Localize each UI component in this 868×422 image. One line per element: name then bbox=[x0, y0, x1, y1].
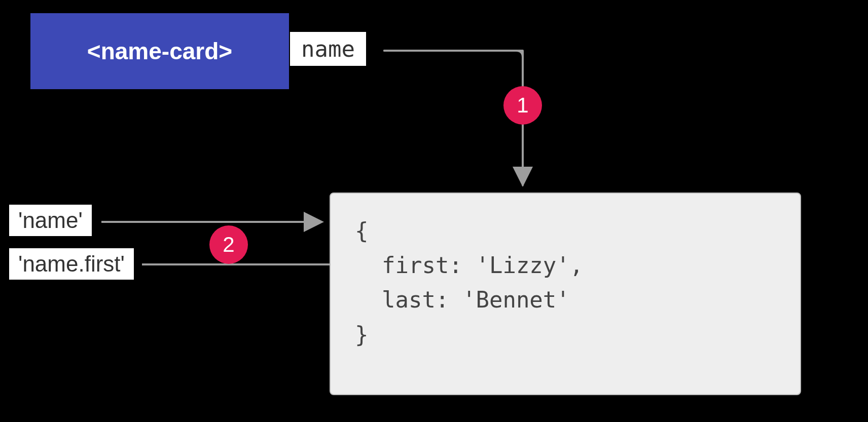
element-tag-text: <name-card> bbox=[87, 37, 232, 65]
binding-path-name: 'name' bbox=[9, 205, 92, 236]
object-line-2: first: 'Lizzy', bbox=[355, 252, 583, 278]
step-badge-1-text: 1 bbox=[517, 93, 528, 118]
step-badge-2-text: 2 bbox=[223, 233, 234, 257]
binding-path-name-text: 'name' bbox=[18, 208, 83, 233]
step-badge-2: 2 bbox=[209, 225, 248, 264]
object-line-1: { bbox=[355, 218, 369, 244]
step-badge-1: 1 bbox=[503, 86, 542, 125]
object-literal-box: { first: 'Lizzy', last: 'Bennet' } bbox=[330, 193, 801, 395]
binding-path-name-first-text: 'name.first' bbox=[18, 251, 125, 276]
property-label-text: name bbox=[301, 36, 355, 62]
arrow-name-to-object-corner bbox=[384, 51, 523, 185]
property-label: name bbox=[290, 32, 366, 66]
object-line-3: last: 'Bennet' bbox=[355, 287, 570, 313]
object-line-4: } bbox=[355, 322, 369, 348]
arrow-name-to-object bbox=[384, 51, 523, 185]
binding-path-name-first: 'name.first' bbox=[9, 248, 134, 280]
element-name-card: <name-card> bbox=[30, 13, 289, 89]
